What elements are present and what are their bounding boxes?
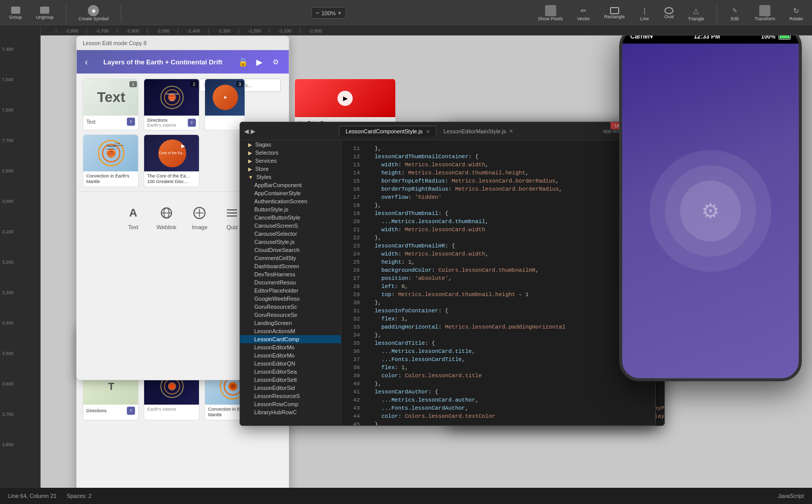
file-tree-cancelbutton[interactable]: CancelButtonStyle — [240, 213, 341, 222]
transform-btn[interactable]: Transform — [751, 3, 780, 23]
file-tree-carousel-style[interactable]: CarouselStyle.js — [240, 238, 341, 246]
create-symbol-btn[interactable]: ◈ Create Symbol — [75, 3, 113, 23]
lesson-back-btn[interactable]: ‹ — [85, 57, 88, 67]
file-name-document: DocumentResou — [254, 279, 296, 285]
file-tree-appcontainer[interactable]: AppContainerStyle — [240, 189, 341, 197]
file-tree-auth[interactable]: AuthenticationScreen — [240, 197, 341, 205]
global-status-bar: Line 64, Column 21 Spaces: 2 JavaScript — [0, 488, 812, 504]
file-tree-store[interactable]: ▶ Store — [240, 165, 341, 173]
file-name-lessonactions: LessonActionsM — [254, 328, 295, 334]
add-text-btn[interactable]: A Text — [118, 200, 149, 234]
vruler-tick-13: 3,700 — [2, 412, 14, 417]
lock-icon[interactable]: 🔒 — [238, 57, 248, 67]
code-tab-2[interactable]: LessonEditorMainStyle.js ✕ — [437, 126, 520, 136]
file-tree-services[interactable]: ▶ Services — [240, 157, 341, 165]
youtube-thumb: ▶ — [295, 79, 395, 117]
file-tree-lessonactions[interactable]: LessonActionsM — [240, 327, 341, 335]
file-tree-appbar[interactable]: AppBarComponent — [240, 181, 341, 189]
add-weblink-btn[interactable]: Weblink — [151, 200, 183, 234]
slide-badge-lower-1: T — [127, 407, 135, 415]
file-tree-carousel-screen[interactable]: CarouselScreenS — [240, 222, 341, 230]
ruler-mark-9: -2,000 — [299, 28, 330, 33]
add-image-btn[interactable]: Image — [184, 200, 215, 234]
ruler-mark-5: -2,400 — [178, 28, 208, 33]
slide-card-1[interactable]: Text 1 Text T — [83, 79, 139, 130]
oval-btn[interactable]: Oval — [660, 5, 678, 21]
slide-card-mantle[interactable]: Trench SLAB PULL Ridge Lithosphere Outer… — [83, 134, 139, 187]
ruler-marks: -2,800 -2,700 -2,600 -2,500 -2,400 -2,30… — [41, 28, 330, 33]
slide-card-core[interactable]: Core of the Ea... ▶ The Core of the Ea..… — [144, 134, 199, 187]
slide-label-mantle: Convection in Earth's Mantle — [86, 173, 135, 185]
file-tree-lessoreditorsid[interactable]: LessonEditorSid — [240, 384, 341, 392]
code-content-left[interactable]: }, lessonCardThumbnailContainer: { width… — [362, 140, 655, 425]
play-icon[interactable]: ▶ — [254, 57, 264, 67]
slide-num-3: 3 — [236, 81, 244, 87]
file-tree-lessonrow[interactable]: LessonRowComp — [240, 400, 341, 408]
vruler-tick-2: 7,500 — [2, 77, 14, 82]
add-weblink-label: Weblink — [157, 224, 177, 230]
group-btn[interactable]: Group — [5, 5, 26, 22]
settings-icon[interactable]: ⚙ — [270, 57, 281, 67]
code-tab-2-close[interactable]: ✕ — [509, 128, 513, 134]
file-name-auth: AuthenticationScreen — [254, 198, 308, 204]
tabs-prev-btn[interactable]: ◀ — [244, 128, 249, 135]
file-tree-goru1[interactable]: GoruResourceSc — [240, 303, 341, 311]
file-tree-lessoreditorsett[interactable]: LessonEditorSett — [240, 376, 341, 384]
rectangle-icon — [610, 7, 619, 14]
slide-thumb-bg-3: ▶ 3 — [205, 79, 245, 116]
rotate-btn[interactable]: ↻ Rotate — [785, 3, 807, 23]
file-tree-document[interactable]: DocumentResou — [240, 278, 341, 286]
horizontal-ruler: -2,800 -2,700 -2,600 -2,500 -2,400 -2,30… — [41, 26, 812, 35]
toolbar-divider-1 — [66, 4, 66, 22]
file-tree-sagas[interactable]: ▶ Sagas — [240, 140, 341, 149]
svg-text:Core: Core — [170, 99, 175, 101]
file-tree-lessoncard[interactable]: LessonCardComp — [240, 335, 341, 343]
vector-label: Vector — [577, 16, 590, 21]
file-tree-styles[interactable]: ▼ Styles — [240, 173, 341, 181]
ruler-mark-3: -2,600 — [117, 28, 147, 33]
ruler-mark-2: -2,700 — [86, 28, 117, 33]
file-tree-libraryhub[interactable]: LibraryHubRowC — [240, 408, 341, 416]
file-tree-lessonresource[interactable]: LessonResourceS — [240, 392, 341, 400]
yt-play-btn[interactable]: ▶ — [337, 91, 353, 106]
file-tree-devtest[interactable]: DevTestHarness — [240, 270, 341, 278]
ios-device: Carrier ▾ 12:33 PM 100% ⚙ — [619, 26, 802, 381]
slide-card-2[interactable]: Outer Core Inner Core 2 Directions Earth… — [144, 79, 199, 130]
slide-label-lower-2-row: Earth's interior — [144, 405, 199, 414]
file-tree-editor-ph[interactable]: EditorPlaceholder — [240, 286, 341, 295]
rectangle-btn[interactable]: Rectangle — [600, 5, 629, 21]
file-name-store: Store — [255, 166, 268, 172]
tabs-next-btn[interactable]: ▶ — [251, 128, 255, 135]
file-tree-carousel-sel[interactable]: CarouselSelector — [240, 230, 341, 238]
transform-label: Transform — [755, 16, 775, 21]
toolbar-divider-3 — [717, 4, 717, 22]
code-main-area: 1112131415 1617181920 2122232425 2627282… — [342, 140, 655, 425]
ungroup-btn[interactable]: Ungroup — [32, 5, 58, 22]
transform-icon — [759, 5, 770, 16]
file-tree-lessoneditorqn[interactable]: LessonEditorQN — [240, 359, 341, 368]
file-tree-lessoneditor2[interactable]: LessonEditorMo — [240, 351, 341, 359]
file-tree-google[interactable]: GoogleWeebReso — [240, 295, 341, 303]
file-tree-lessoneditor1[interactable]: LessonEditorMo — [240, 343, 341, 351]
file-name-lessonrow: LessonRowComp — [254, 401, 298, 407]
file-tree-cloud[interactable]: CloudDriveSearch — [240, 246, 341, 254]
zoom-control[interactable]: − 100% + — [311, 7, 346, 19]
code-tab-1-close[interactable]: ✕ — [426, 129, 430, 134]
code-tab-1[interactable]: LessonCardComponentStyle.js ✕ — [339, 126, 436, 136]
folder-icon-sagas: ▶ — [248, 142, 252, 148]
file-tree-landing[interactable]: LandingScreen — [240, 319, 341, 327]
show-pixels-btn[interactable]: Show Pixels — [534, 3, 567, 23]
triangle-btn[interactable]: △ Triangle — [684, 3, 708, 23]
ios-gear-icon: ⚙ — [701, 199, 720, 223]
edit-btn[interactable]: ✎ Edit — [725, 3, 745, 23]
file-tree-lessoreditorsea[interactable]: LessonEditorSea — [240, 368, 341, 376]
file-tree-comment[interactable]: CommentCellSty — [240, 254, 341, 262]
file-tree-selectors[interactable]: ▶ Selectors — [240, 149, 341, 157]
file-tree-goru2[interactable]: GoruResourceSe — [240, 311, 341, 319]
file-tree-dashboard[interactable]: DashboardScreen — [240, 262, 341, 270]
code-file-tree[interactable]: ▶ Sagas ▶ Selectors ▶ Services ▶ Store ▼… — [240, 140, 342, 425]
vector-btn[interactable]: ✏ Vector — [573, 3, 594, 23]
file-tree-button[interactable]: ButtonStyle.js — [240, 205, 341, 213]
line-btn[interactable]: | Line — [635, 3, 654, 23]
slide-card-3[interactable]: ▶ 3 — [205, 79, 245, 130]
